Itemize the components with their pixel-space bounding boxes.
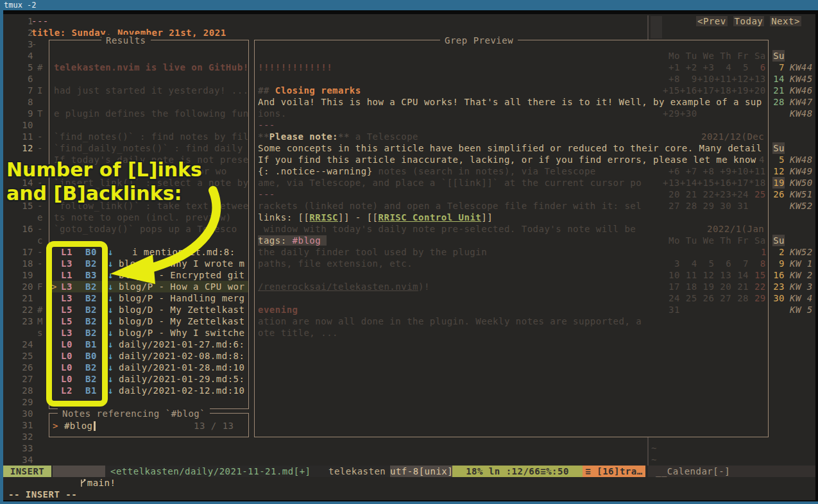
screen: tmux -2 12345678910111213141516171819202… [0, 0, 818, 504]
window-separator-bottom [647, 437, 649, 466]
calendar-statusline: __Calendar[-] [648, 466, 815, 477]
calendar-date[interactable]: 5 [772, 154, 785, 165]
mode-indicator: INSERT [3, 466, 51, 477]
line-number: 29 [14, 396, 33, 408]
result-counter: 13 / 13 [194, 420, 234, 432]
calendar-su-header: Su [772, 142, 785, 154]
text-cursor [94, 421, 96, 431]
calendar-su-header: Su [772, 50, 785, 62]
calendar-date[interactable]: 30 [772, 292, 785, 304]
buffer-text-fragment: - [37, 246, 43, 258]
calendar-week-number: KW 5 [790, 304, 813, 315]
line-number: 27 [14, 373, 33, 385]
line-number: 30 [14, 408, 33, 419]
line-number: 33 [14, 442, 33, 454]
buffer-line: --- [31, 15, 49, 27]
line-number: 16 [14, 223, 33, 235]
calendar-week-number: KW52 [790, 246, 813, 258]
prompt-panel-title: Notes referencing `#blog` [58, 408, 210, 419]
results-panel-title: Results [101, 35, 151, 46]
git-branch-icon [80, 478, 86, 487]
calendar-today-button[interactable]: Today [733, 16, 765, 26]
calendar-week-number: KW48 [790, 154, 813, 165]
git-branch-segment: main! [53, 466, 105, 477]
calendar-week-number: KW44 [790, 62, 813, 73]
preview-panel-title: Grep Preview [440, 35, 518, 46]
calendar-week-number: KW46 [790, 85, 813, 96]
calendar-week-number: KW51 [790, 189, 813, 200]
annotation-line1: Number of [L]inks [6, 158, 202, 181]
line-number: 5 [14, 62, 33, 73]
calendar-date[interactable]: 21 [772, 85, 785, 96]
calendar-week-number: KW 2 [790, 269, 813, 281]
line-number: 26 [14, 362, 33, 373]
buffer-text-fragment: c [37, 235, 43, 246]
line-number: 21 [14, 292, 33, 304]
line-number: 19 [14, 269, 33, 281]
buffer-text-fragment: - [37, 142, 43, 154]
preview-panel [254, 40, 769, 437]
line-number: 25 [14, 350, 33, 362]
position-segment: 18% ln :12/66≡%:50 [452, 466, 583, 477]
calendar-week-number: KW49 [790, 165, 813, 177]
calendar-date[interactable]: 2 [772, 246, 785, 258]
calendar-next-button[interactable]: Next> [770, 16, 801, 26]
annotation-line2: and [B]acklinks: [6, 181, 202, 205]
line-number: 18 [14, 258, 33, 269]
line-number: 8 [14, 96, 33, 108]
line-number: 7 [14, 85, 33, 96]
calendar-date[interactable]: 28 [772, 96, 785, 108]
calendar-scroll-thumb [651, 16, 662, 38]
line-number: 28 [14, 385, 33, 396]
window-frame-bottom [0, 501, 818, 504]
calendar-week-number: KW52 [790, 200, 813, 212]
line-number: 1 [14, 15, 33, 27]
calendar-week-number: KW48 [790, 108, 813, 119]
calendar-date[interactable]: 23 [772, 281, 785, 292]
line-number: 6 [14, 73, 33, 85]
calendar-week-number: KW 3 [790, 281, 813, 292]
calendar-week-number: KW50 [790, 177, 813, 189]
tmux-titlebar: tmux -2 [0, 0, 818, 10]
calendar-date[interactable]: 16 [772, 269, 785, 281]
tilde-marker: ~ [651, 454, 657, 466]
calendar-prev-button[interactable]: <Prev [696, 16, 728, 26]
buffer-text-fragment: # [37, 62, 43, 73]
calendar-date[interactable]: 14 [772, 73, 785, 85]
line-number: 22 [14, 304, 33, 315]
line-number: 17 [14, 246, 33, 258]
calendar-date[interactable]: 19 [772, 177, 785, 189]
calendar-week-number: KW 4 [790, 292, 813, 304]
line-number: 9 [14, 108, 33, 119]
calendar-week-number: KW47 [790, 96, 813, 108]
calendar-date[interactable]: 9 [772, 258, 785, 269]
line-number: 32 [14, 431, 33, 442]
plugin-name: telekasten [328, 466, 386, 477]
prompt-input[interactable]: > #blog [53, 420, 93, 432]
buffer-text-fragment: # [37, 304, 43, 315]
calendar-su-header: Su [772, 235, 785, 246]
buffer-text-fragment: M [37, 315, 43, 327]
line-number: 24 [14, 339, 33, 350]
buffer-text-fragment: - [37, 258, 43, 269]
line-number: 3 [14, 38, 33, 50]
calendar-week-number: KW 1 [790, 258, 813, 269]
calendar-date[interactable]: 12 [772, 165, 785, 177]
buffer-text-fragment: e [37, 212, 43, 223]
calendar-date[interactable]: 7 [772, 62, 785, 73]
calendar-date[interactable]: 26 [772, 189, 785, 200]
line-number: 10 [14, 119, 33, 131]
encoding-segment: utf-8[unix] [390, 466, 453, 477]
tilde-marker: ~ [651, 442, 657, 454]
line-number: 2 [14, 27, 33, 38]
trailing-whitespace-warning: ≡ [16]tra… [583, 466, 645, 477]
line-number: 11 [14, 131, 33, 142]
buffer-line: - [31, 38, 37, 50]
buffer-text-fragment: s [37, 327, 43, 339]
buffer-text-fragment: I [37, 85, 43, 96]
line-number: 20 [14, 281, 33, 292]
filename: <ettelkasten/daily/2021-11-21.md[+] [110, 466, 311, 477]
calendar-nav: <Prev Today Next> [696, 15, 801, 27]
line-number: 23 [14, 315, 33, 327]
tmux-title: tmux -2 [4, 1, 37, 10]
